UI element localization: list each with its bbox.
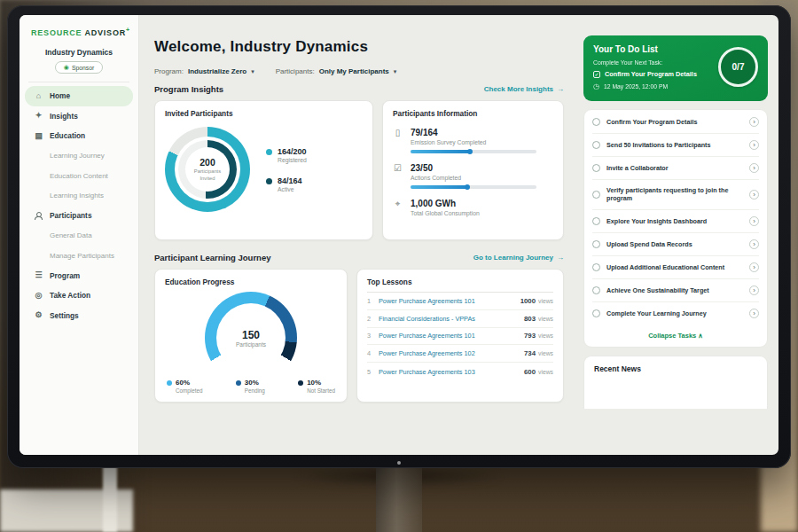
chevron-right-icon[interactable]: ›: [749, 140, 759, 150]
arrow-right-icon: →: [557, 254, 564, 262]
sidebar-item-education-content[interactable]: Education Content: [20, 166, 138, 186]
program-icon: ☰: [34, 271, 43, 279]
task-complete-learning-journey[interactable]: Complete Your Learning Journey ›: [592, 302, 759, 325]
task-confirm-program[interactable]: Confirm Your Program Details ›: [592, 111, 759, 134]
sidebar-item-label: General Data: [50, 231, 92, 239]
gauge-center: 150 Participants: [216, 303, 286, 372]
progress-bar: [411, 185, 536, 189]
chevron-right-icon[interactable]: ›: [749, 190, 759, 200]
donut-center: 200 Participants Invited: [185, 147, 230, 192]
task-label: Complete Your Learning Journey: [606, 309, 743, 317]
chevron-right-icon[interactable]: ›: [749, 239, 759, 249]
chevron-right-icon[interactable]: ›: [749, 309, 759, 318]
next-task: Confirm Your Program Details: [605, 70, 697, 78]
participants-dropdown[interactable]: Participants: Only My Participants ▾: [276, 67, 397, 75]
sidebar-item-education[interactable]: ▤ Education: [25, 126, 133, 146]
task-upload-spend-data[interactable]: Upload Spend Data Records ›: [592, 233, 759, 256]
sidebar-item-program[interactable]: ☰ Program: [25, 266, 133, 286]
program-value: Industrialize Zero: [188, 67, 246, 75]
photo-background: RESOURCE ADVISOR+ Industry Dynamics ◉ Sp…: [0, 0, 798, 532]
sidebar-item-learning-insights[interactable]: Learning Insights: [20, 186, 138, 207]
take-action-icon: ◎: [34, 292, 43, 300]
donut-inner-ring: 200 Participants Invited: [178, 140, 237, 199]
chevron-down-icon: ▾: [394, 68, 397, 75]
task-checkbox[interactable]: [592, 118, 600, 126]
task-checkbox[interactable]: [592, 286, 600, 294]
task-label: Invite a Collaborator: [606, 164, 743, 172]
task-invite-collaborator[interactable]: Invite a Collaborator ›: [592, 157, 759, 180]
invited-participants-card: Invited Participants 200 Participants In…: [154, 100, 373, 240]
task-checkbox[interactable]: [592, 191, 600, 199]
top-lessons-card: Top Lessons 1 Power Purchase Agreements …: [356, 269, 564, 403]
task-checkbox[interactable]: [592, 164, 600, 172]
gauge-label: Participants: [236, 341, 266, 348]
chevron-right-icon[interactable]: ›: [749, 117, 759, 127]
chevron-right-icon[interactable]: ›: [749, 262, 759, 272]
page-title: Welcome, Industry Dynamics: [154, 38, 564, 56]
sponsor-badge: ◉ Sponsor: [55, 61, 103, 74]
stat-emission-survey: ▯ 79/164 Emission Survey Completed: [393, 128, 553, 153]
lesson-link[interactable]: Power Purchase Agreements 103: [379, 368, 524, 376]
legend-registered: 164/200 Registered: [266, 147, 307, 163]
sidebar-item-label: Participants: [50, 211, 92, 220]
progress-fill: [411, 185, 468, 189]
lesson-views: 734: [524, 349, 536, 357]
task-label: Upload Additional Educational Content: [606, 263, 743, 271]
task-checkbox[interactable]: [592, 217, 600, 225]
collapse-tasks-link[interactable]: Collapse Tasks ∧: [592, 325, 759, 347]
sidebar-item-participants[interactable]: Participants: [25, 206, 133, 226]
task-checkbox[interactable]: [592, 240, 600, 248]
insights-cards: Invited Participants 200 Participants In…: [154, 100, 564, 240]
task-label: Confirm Your Program Details: [606, 118, 743, 126]
task-send-invitations[interactable]: Send 50 Invitations to Participants ›: [592, 134, 759, 157]
lesson-link[interactable]: Power Purchase Agreements 101: [379, 297, 520, 305]
task-checkbox[interactable]: [592, 263, 600, 271]
divider: [28, 82, 129, 82]
task-verify-participants[interactable]: Verify participants requesting to join t…: [592, 180, 759, 210]
sidebar-item-settings[interactable]: ⚙ Settings: [25, 306, 133, 326]
todo-progress: 0/7: [732, 62, 745, 72]
donut-legend: 164/200 Registered 84/164 Active: [266, 147, 307, 192]
sidebar-item-learning-journey[interactable]: Learning Journey: [20, 146, 138, 167]
active-dot: [266, 178, 272, 184]
chevron-right-icon[interactable]: ›: [749, 163, 759, 173]
views-word: views: [538, 369, 553, 375]
filter-bar: Program: Industrialize Zero ▾ Participan…: [154, 67, 564, 75]
sidebar-item-home[interactable]: ⌂ Home: [25, 86, 133, 106]
sidebar-item-manage-participants[interactable]: Manage Participants: [20, 246, 138, 266]
task-checkbox[interactable]: [592, 141, 600, 149]
program-dropdown[interactable]: Program: Industrialize Zero ▾: [154, 67, 254, 75]
task-label: Verify participants requesting to join t…: [606, 186, 743, 203]
chevron-right-icon[interactable]: ›: [749, 216, 759, 226]
lesson-row: 2 Financial Considerations - VPPAs 803 v…: [367, 310, 553, 328]
logo-advisor: ADVISOR: [84, 28, 126, 37]
chevron-right-icon[interactable]: ›: [749, 286, 759, 295]
task-checkbox[interactable]: [592, 309, 600, 317]
program-label: Program:: [154, 67, 184, 75]
desk-edge: [103, 459, 117, 532]
task-explore-insights[interactable]: Explore Your Insights Dashboard ›: [592, 210, 759, 233]
stat-consumption: ⌖ 1,000 GWh Total Global Consumption: [393, 199, 553, 221]
task-achieve-sustainability-target[interactable]: Achieve One Sustainability Target ›: [592, 279, 759, 302]
clock-icon: ◷: [593, 82, 599, 90]
lesson-link[interactable]: Power Purchase Agreements 101: [379, 332, 524, 340]
check-more-insights-link[interactable]: Check More Insights →: [484, 85, 564, 93]
lesson-link[interactable]: Financial Considerations - VPPAs: [379, 315, 524, 323]
lesson-views: 793: [524, 332, 536, 340]
task-upload-educational-content[interactable]: Upload Additional Educational Content ›: [592, 256, 759, 279]
section-title: Participant Learning Journey: [154, 253, 270, 262]
sidebar-item-take-action[interactable]: ◎ Take Action: [25, 286, 133, 306]
lesson-link[interactable]: Power Purchase Agreements 102: [379, 349, 524, 357]
stat-actions-completed: ☑ 23/50 Actions Completed: [393, 163, 553, 189]
actions-icon: ☑: [393, 163, 403, 189]
stat-label: Actions Completed: [411, 175, 536, 181]
lesson-row: 1 Power Purchase Agreements 101 1000 vie…: [367, 293, 553, 310]
education-gauge-chart: 150 Participants: [205, 292, 297, 377]
education-icon: ▤: [34, 132, 43, 140]
sidebar-item-insights[interactable]: ✦ Insights: [25, 106, 133, 127]
sidebar-item-general-data[interactable]: General Data: [20, 226, 138, 246]
card-title: Participants Information: [393, 109, 553, 118]
go-to-learning-journey-link[interactable]: Go to Learning Journey →: [473, 254, 564, 262]
donut-gap: 200 Participants Invited: [175, 137, 240, 202]
home-icon: ⌂: [34, 92, 43, 100]
